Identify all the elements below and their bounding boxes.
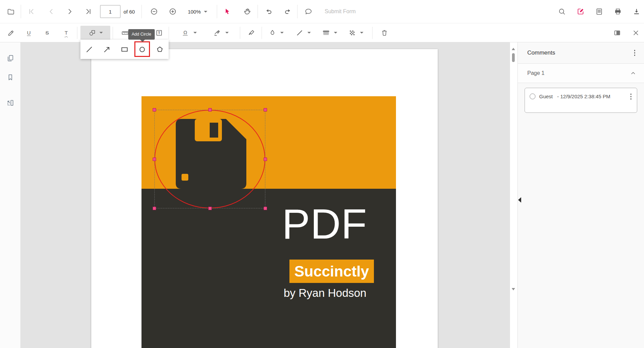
delete-annotation-button[interactable]	[377, 25, 392, 40]
previous-page-button[interactable]	[44, 4, 59, 19]
scroll-up-icon[interactable]	[512, 48, 515, 50]
undo-button[interactable]	[261, 4, 276, 19]
pan-tool-button[interactable]	[240, 4, 255, 19]
resize-handle-n[interactable]	[208, 108, 212, 111]
resize-handle-e[interactable]	[264, 158, 267, 161]
close-icon	[632, 29, 640, 37]
rectangle-icon	[120, 45, 129, 54]
download-button[interactable]	[629, 4, 644, 19]
resize-handle-nw[interactable]	[153, 108, 156, 111]
left-sidebar	[0, 42, 21, 348]
comments-title: Comments	[527, 49, 632, 56]
add-comment-button[interactable]	[301, 4, 316, 19]
add-polygon-button[interactable]	[151, 40, 169, 59]
text-view-icon	[595, 7, 603, 16]
zoom-in-icon	[169, 7, 177, 16]
last-page-icon	[84, 7, 93, 16]
close-toolbar-button[interactable]	[628, 25, 643, 40]
zoom-level-dropdown[interactable]: 100%	[188, 9, 207, 15]
annotation-button[interactable]	[573, 4, 588, 19]
search-icon	[558, 7, 566, 16]
divider	[240, 27, 240, 39]
add-circle-button[interactable]	[133, 40, 151, 59]
sidebar-organize-pages-button[interactable]	[3, 96, 17, 109]
bookmark-icon	[6, 73, 15, 82]
previous-page-icon	[47, 7, 55, 16]
add-line-button[interactable]	[80, 40, 98, 59]
divider	[77, 27, 77, 39]
comment-card[interactable]: Guest - 12/9/2025 2:38:45 PM	[525, 88, 637, 113]
fill-color-button[interactable]	[265, 25, 280, 40]
zoom-out-icon	[150, 7, 158, 16]
squiggly-button[interactable]: T	[59, 25, 74, 40]
page-number-input[interactable]	[100, 5, 120, 18]
zoom-out-button[interactable]	[147, 4, 162, 19]
scroll-down-icon[interactable]	[512, 288, 515, 290]
underline-button[interactable]: U	[21, 25, 36, 40]
strikethrough-button[interactable]: S	[40, 25, 55, 40]
chevron-down-icon	[307, 32, 311, 34]
divider	[113, 27, 113, 39]
highlight-button[interactable]	[3, 25, 18, 40]
stroke-color-icon	[296, 29, 304, 37]
divider	[169, 27, 169, 39]
selected-annotation	[154, 110, 265, 208]
cover-dark-band: PDF Succinctly by Ryan Hodson	[141, 189, 396, 348]
resize-handle-sw[interactable]	[153, 207, 156, 210]
scrollbar-thumb[interactable]	[512, 53, 515, 62]
add-rectangle-button[interactable]	[116, 40, 133, 59]
search-button[interactable]	[554, 4, 569, 19]
resize-handle-w[interactable]	[153, 158, 156, 161]
text-view-button[interactable]	[592, 4, 607, 19]
add-arrow-button[interactable]	[98, 40, 116, 59]
redo-button[interactable]	[280, 4, 295, 19]
zoom-level-value: 100%	[188, 9, 201, 15]
divider	[21, 5, 21, 18]
page-group-header[interactable]: Page 1	[518, 64, 644, 83]
sidebar-bookmarks-button[interactable]	[3, 70, 17, 84]
document-canvas[interactable]: PDF Succinctly by Ryan Hodson	[21, 42, 510, 348]
undo-icon	[265, 7, 273, 16]
annotation-edit-icon	[576, 7, 585, 16]
chevron-up-icon	[630, 70, 637, 77]
shapes-dropdown-button[interactable]	[80, 26, 110, 40]
delete-trash-icon	[380, 29, 389, 37]
first-page-button[interactable]	[24, 4, 39, 19]
selection-tool-button[interactable]	[220, 4, 235, 19]
ink-button[interactable]	[244, 25, 259, 40]
open-file-button[interactable]	[3, 4, 18, 19]
chevron-down-icon	[225, 32, 229, 34]
comment-menu-icon[interactable]	[628, 91, 634, 102]
sidebar-thumbnails-button[interactable]	[3, 51, 17, 65]
page-count-label: of 60	[124, 9, 135, 15]
chevron-down-icon	[193, 32, 197, 34]
comments-header: Comments	[518, 42, 644, 64]
main-toolbar: of 60 100%	[0, 0, 644, 23]
chevron-down-icon	[360, 32, 363, 34]
panel-collapse-icon[interactable]	[518, 197, 521, 203]
print-button[interactable]	[610, 4, 625, 19]
arrow-icon	[102, 45, 111, 54]
opacity-button[interactable]	[345, 25, 360, 40]
next-page-button[interactable]	[62, 4, 77, 19]
squiggly-glyph: T	[64, 30, 68, 35]
document-scrollbar[interactable]	[511, 42, 515, 292]
shapes-popup	[80, 40, 169, 59]
divider	[262, 27, 262, 39]
comments-menu-icon[interactable]	[632, 48, 638, 58]
resize-handle-s[interactable]	[208, 207, 212, 210]
submit-form-button[interactable]: Submit Form	[325, 8, 356, 15]
divider	[258, 5, 258, 18]
thickness-button[interactable]	[319, 25, 334, 40]
resize-handle-se[interactable]	[264, 207, 267, 210]
comment-author: Guest	[539, 94, 553, 99]
next-page-icon	[66, 7, 74, 16]
resize-handle-ne[interactable]	[264, 108, 267, 111]
comment-panel-toggle-button[interactable]	[610, 25, 625, 40]
stamp-button[interactable]: Ω	[178, 25, 193, 40]
signature-button[interactable]	[210, 25, 225, 40]
stroke-color-button[interactable]	[292, 25, 307, 40]
last-page-button[interactable]	[81, 4, 96, 19]
chevron-down-icon	[280, 32, 284, 34]
zoom-in-button[interactable]	[165, 4, 180, 19]
